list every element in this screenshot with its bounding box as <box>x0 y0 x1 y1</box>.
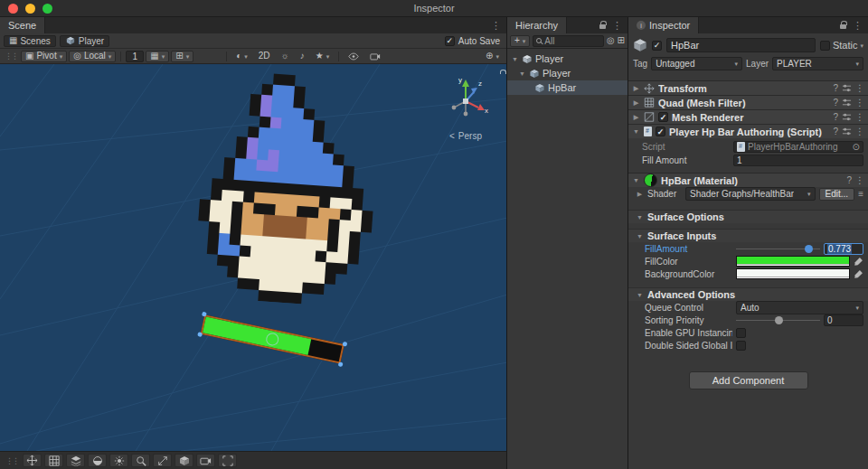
draw-mode-dropdown[interactable]: ◐ ▾ <box>231 51 252 62</box>
toolbar-drag-handle[interactable]: ⋮⋮ <box>3 52 19 61</box>
add-component-button[interactable]: Add Component <box>689 371 808 389</box>
minimize-window-button[interactable] <box>25 4 35 14</box>
fold-open-icon[interactable]: ▼ <box>518 70 526 77</box>
fold-open-icon[interactable]: ▼ <box>636 292 644 298</box>
component-enabled-checkbox[interactable]: ✓ <box>658 112 668 122</box>
visibility-toggle[interactable] <box>344 51 363 62</box>
camera-tool-button[interactable] <box>196 454 215 467</box>
fold-closed-icon[interactable]: ▶ <box>632 99 640 107</box>
breadcrumb-scenes[interactable]: ▦ Scenes <box>4 35 56 47</box>
tree-row-player[interactable]: ▼ Player <box>507 66 627 80</box>
shader-menu-icon[interactable]: ≡ <box>858 189 863 199</box>
advanced-options-foldout[interactable]: ▼ Advanced Options <box>628 287 868 301</box>
grid-tool-button[interactable] <box>44 454 63 467</box>
fill-amount-value-field[interactable]: 0.773 <box>824 243 863 255</box>
component-header-transform[interactable]: ▶ Transform ? ⋮ <box>628 80 868 95</box>
background-color-swatch[interactable] <box>736 268 850 279</box>
grid-snapping-dropdown[interactable]: ▦ ▾ <box>146 51 169 62</box>
static-dropdown[interactable]: Static ▾ <box>820 40 863 51</box>
help-icon[interactable]: ? <box>833 127 838 136</box>
pan-tool-button[interactable] <box>153 454 172 467</box>
inspector-men u-icon[interactable]: ⋮ <box>853 21 863 31</box>
fold-open-icon[interactable]: ▼ <box>632 177 640 183</box>
presets-icon[interactable] <box>842 83 852 93</box>
script-object-field[interactable]: PlayerHpBarAuthoring ⊙ <box>733 141 863 153</box>
lock-icon[interactable] <box>599 24 606 29</box>
eyedropper-icon[interactable] <box>854 269 863 279</box>
component-header-script[interactable]: ▼ ✓ Player Hp Bar Authoring (Script) ? ⋮ <box>628 124 868 138</box>
auto-save-checkbox[interactable]: ✓ <box>445 36 455 46</box>
active-checkbox[interactable]: ✓ <box>652 41 662 51</box>
tab-hierarchy[interactable]: Hierarchy <box>507 17 567 33</box>
component-header-meshrenderer[interactable]: ▶ ✓ Mesh Renderer ? ⋮ <box>628 109 868 124</box>
light-tool-button[interactable] <box>109 454 128 467</box>
cube-tool-button[interactable] <box>175 454 193 467</box>
scene-panel-menu-icon[interactable]: ⋮ <box>491 21 501 31</box>
close-window-button[interactable] <box>8 4 18 14</box>
tab-inspector[interactable]: Inspector <box>628 17 699 33</box>
fill-color-swatch[interactable] <box>736 256 850 267</box>
layer-dropdown[interactable]: PLAYER ▾ <box>772 57 863 70</box>
wizard-sprite[interactable] <box>193 70 382 309</box>
surface-options-foldout[interactable]: ▼ Surface Options <box>628 210 868 223</box>
hierarchy-menu-icon[interactable]: ⋮ <box>612 21 622 31</box>
component-menu-icon[interactable]: ⋮ <box>855 84 864 93</box>
shader-edit-button[interactable]: Edit... <box>819 188 855 201</box>
tree-row-hpbar[interactable]: HpBar <box>507 80 627 95</box>
create-object-dropdown[interactable]: + ▾ <box>510 35 530 47</box>
tag-dropdown[interactable]: Untagged ▾ <box>651 57 742 70</box>
fill-amount-field[interactable]: 1 <box>733 155 863 166</box>
gameobject-name-field[interactable] <box>666 38 816 52</box>
gizmos-dropdown[interactable]: ⊕ ▾ <box>481 51 504 62</box>
presets-icon[interactable] <box>842 112 852 122</box>
axis-y-label[interactable]: y <box>458 76 462 84</box>
component-menu-icon[interactable]: ⋮ <box>855 98 864 108</box>
tree-row-scene[interactable]: ▼ Player <box>507 52 627 66</box>
camera-settings-button[interactable] <box>365 51 385 62</box>
lighting-toggle[interactable]: ☼ <box>277 51 294 62</box>
double-sided-gi-checkbox[interactable] <box>736 341 746 351</box>
layers-tool-button[interactable] <box>66 454 85 467</box>
component-menu-icon[interactable]: ⋮ <box>855 176 864 185</box>
component-menu-icon[interactable]: ⋮ <box>855 127 864 136</box>
eyedropper-icon[interactable] <box>854 257 863 267</box>
scene-picking-icon[interactable]: ⊞ <box>618 36 625 45</box>
component-header-meshfilter[interactable]: ▶ Quad (Mesh Filter) ? ⋮ <box>628 95 868 109</box>
pivot-dropdown[interactable]: ▣ Pivot ▾ <box>21 51 67 62</box>
axis-x-label[interactable]: x <box>485 107 488 115</box>
axis-z-label[interactable]: z <box>478 80 482 88</box>
shader-dropdown[interactable]: Shader Graphs/HealthBar ▾ <box>685 187 816 201</box>
presets-icon[interactable] <box>842 127 852 136</box>
toolbar-drag-handle[interactable]: ⋮⋮ <box>4 456 20 465</box>
2d-toggle[interactable]: 2D <box>254 51 275 62</box>
view-tool-button[interactable] <box>23 454 42 467</box>
hierarchy-search-input[interactable]: All <box>533 35 604 47</box>
gpu-instancing-checkbox[interactable] <box>736 328 746 338</box>
breadcrumb-current-scene[interactable]: Player <box>60 35 109 47</box>
help-icon[interactable]: ? <box>833 98 838 108</box>
fold-open-icon[interactable]: ▼ <box>636 233 644 239</box>
material-header[interactable]: ▼ HpBar (Material) ? ⋮ <box>628 173 868 187</box>
static-checkbox[interactable] <box>820 41 830 51</box>
help-icon[interactable]: ? <box>833 83 838 93</box>
scene-visibility-icon[interactable]: ◎ <box>607 36 615 45</box>
orientation-gizmo[interactable]: y z x <box>439 73 492 126</box>
frame-selected-button[interactable] <box>218 454 237 467</box>
fold-open-icon[interactable]: ▼ <box>511 56 519 62</box>
component-menu-icon[interactable]: ⋮ <box>855 113 864 122</box>
tab-scene[interactable]: Scene <box>0 17 45 33</box>
sorting-priority-slider[interactable] <box>736 314 820 326</box>
queue-control-dropdown[interactable]: Auto ▾ <box>736 301 863 314</box>
handle-rotation-dropdown[interactable]: ◎ Local ▾ <box>69 51 116 62</box>
grid-size-field[interactable]: 1 <box>126 51 144 62</box>
fold-open-icon[interactable]: ▼ <box>632 128 640 135</box>
fold-closed-icon[interactable]: ▶ <box>632 85 640 92</box>
fill-amount-slider[interactable] <box>736 243 820 255</box>
presets-icon[interactable] <box>842 98 852 108</box>
fold-closed-icon[interactable]: ▶ <box>636 191 644 198</box>
scene-viewport[interactable]: y z x < Persp <box>0 64 506 451</box>
sorting-priority-value-field[interactable]: 0 <box>824 314 863 326</box>
help-icon[interactable]: ? <box>833 112 838 122</box>
snap-increment-dropdown[interactable]: ⊞ ▾ <box>171 51 193 62</box>
perspective-toggle[interactable]: < Persp <box>449 131 482 141</box>
